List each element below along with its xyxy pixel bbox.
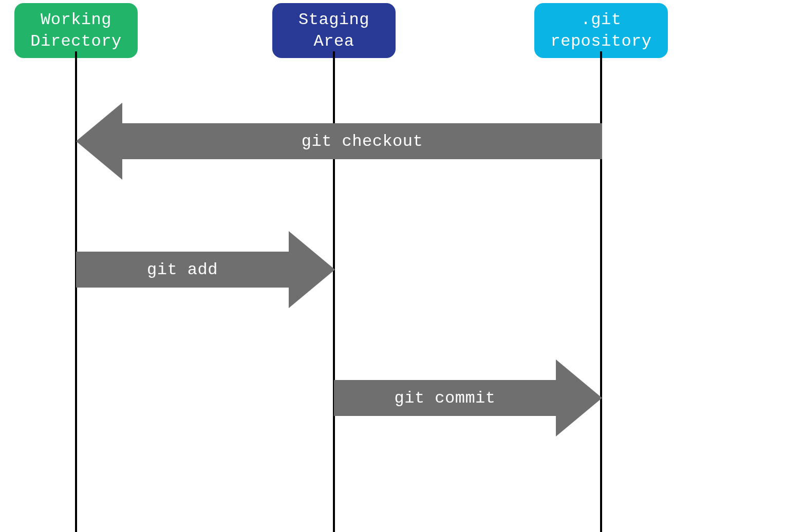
lane-header-staging: Staging Area bbox=[272, 3, 396, 58]
arrow-label: git checkout bbox=[302, 132, 423, 151]
lane-label-line2: repository bbox=[550, 31, 651, 52]
arrow-commit: git commit bbox=[334, 359, 602, 436]
arrow-label: git commit bbox=[394, 389, 495, 408]
lane-label-line1: Working bbox=[41, 9, 111, 31]
arrow-label: git add bbox=[147, 260, 218, 279]
lane-label-line1: Staging bbox=[298, 9, 369, 31]
arrow-body-commit: git commit bbox=[334, 380, 556, 416]
lane-label-line1: .git bbox=[581, 9, 622, 31]
arrow-body-add: git add bbox=[76, 252, 289, 288]
lane-label-line2: Directory bbox=[30, 31, 121, 52]
arrow-head-right-icon bbox=[556, 359, 602, 436]
arrow-checkout: git checkout bbox=[76, 103, 602, 180]
lane-header-working: Working Directory bbox=[14, 3, 138, 58]
arrow-add: git add bbox=[76, 231, 335, 308]
lane-header-repo: .git repository bbox=[534, 3, 668, 58]
arrow-body-checkout: git checkout bbox=[122, 123, 602, 159]
arrow-head-right-icon bbox=[289, 231, 335, 308]
lane-label-line2: Area bbox=[314, 31, 354, 52]
arrow-head-left-icon bbox=[76, 103, 122, 180]
